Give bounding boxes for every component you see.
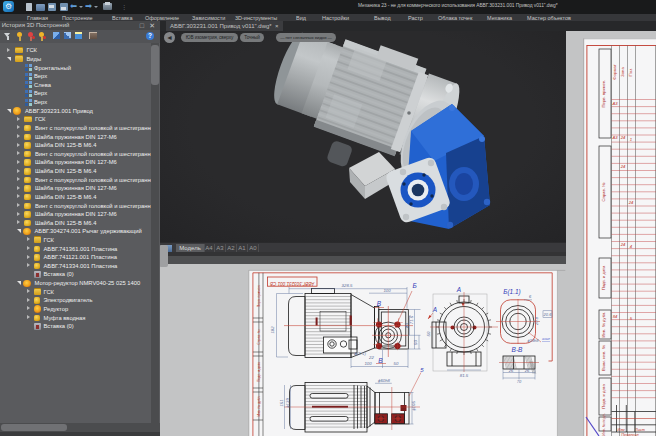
svg-text:26: 26: [524, 368, 530, 373]
svg-text:АБВГ.303231.001 СБ: АБВГ.303231.001 СБ: [270, 281, 315, 286]
svg-text:А: А: [456, 286, 461, 293]
svg-text:1: 1: [630, 137, 632, 142]
svg-text:Изм: Изм: [617, 428, 624, 432]
svg-text:Взам. инв. №: Взам. инв. №: [601, 345, 606, 371]
svg-text:24: 24: [628, 200, 634, 205]
svg-text:Справ. №: Справ. №: [601, 182, 606, 202]
svg-text:50: 50: [394, 361, 399, 366]
svg-text:Перв. примен.: Перв. примен.: [601, 80, 606, 108]
svg-text:20.8: 20.8: [534, 316, 539, 326]
svg-text:Лист: Лист: [634, 428, 645, 432]
svg-text:Формат: Формат: [612, 64, 617, 80]
svg-text:А3: А3: [611, 135, 618, 140]
svg-text:В: В: [377, 300, 382, 307]
svg-text:Поз.: Поз.: [628, 68, 633, 77]
svg-text:Подп. и дата: Подп. и дата: [257, 362, 261, 382]
svg-text:81.5: 81.5: [460, 373, 469, 378]
svg-text:70: 70: [517, 379, 522, 384]
svg-text:ϕ139: ϕ139: [285, 398, 290, 408]
svg-text:Инв. № дубл.: Инв. № дубл.: [257, 395, 261, 416]
svg-text:ϕ105: ϕ105: [411, 401, 416, 411]
svg-text:40: 40: [404, 323, 409, 328]
svg-text:100: 100: [383, 288, 391, 293]
svg-text:Перв. примен.: Перв. примен.: [257, 285, 261, 308]
svg-text:Б(1.1): Б(1.1): [503, 288, 521, 296]
svg-text:Инв. № подл.: Инв. № подл.: [602, 413, 606, 435]
svg-text:22: 22: [368, 355, 374, 360]
svg-text:50: 50: [413, 340, 418, 345]
svg-text:24: 24: [620, 242, 626, 247]
svg-text:А(1:1): А(1:1): [353, 351, 366, 356]
svg-text:84: 84: [613, 314, 618, 319]
svg-text:Подп. и дата: Подп. и дата: [601, 265, 606, 290]
svg-text:ϕ60h8: ϕ60h8: [378, 378, 391, 383]
svg-text:Инв. № дубл.: Инв. № дубл.: [601, 312, 606, 338]
svg-text:182: 182: [270, 326, 275, 334]
svg-text:Зона: Зона: [620, 66, 625, 77]
svg-text:В-В: В-В: [512, 346, 524, 353]
svg-text:328.5: 328.5: [342, 283, 353, 288]
svg-text:А: А: [432, 306, 437, 313]
svg-text:20.6: 20.6: [543, 312, 553, 317]
svg-text:Справ. №: Справ. №: [257, 329, 261, 345]
svg-text:100: 100: [364, 361, 372, 366]
svg-text:В: В: [378, 357, 383, 364]
svg-text:ание: ание: [542, 337, 550, 341]
svg-text:151: 151: [279, 399, 284, 407]
svg-text:50: 50: [426, 331, 431, 336]
svg-text:26: 26: [508, 368, 514, 373]
svg-text:Подп. и дата: Подп. и дата: [601, 383, 606, 408]
svg-text:ϕ18h8: ϕ18h8: [527, 338, 539, 343]
svg-text:71.5: 71.5: [409, 315, 414, 324]
svg-text:24: 24: [620, 135, 626, 140]
svg-text:24: 24: [620, 164, 626, 169]
svg-text:А3: А3: [611, 101, 618, 106]
svg-text:Б: Б: [412, 282, 416, 289]
